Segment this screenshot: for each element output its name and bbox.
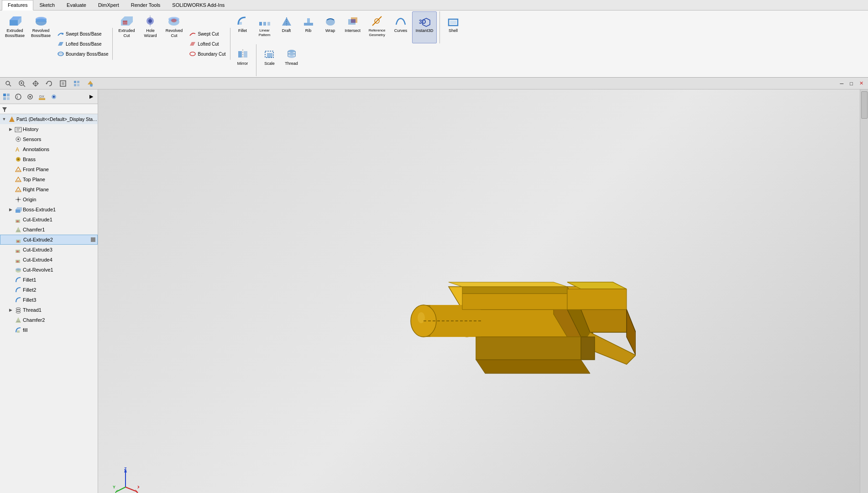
- scale-label: Scale: [264, 61, 275, 66]
- extruded-cut-icon: [119, 14, 134, 28]
- tree-item-front-plane[interactable]: ▶ Front Plane: [0, 164, 98, 174]
- tree-item-boss-extrude1[interactable]: ▶ Boss-Extrude1: [0, 205, 98, 215]
- tree-root-item[interactable]: ▼ Part1 (Default<<Default>_Display State…: [0, 114, 98, 124]
- origin-label: Origin: [23, 197, 36, 202]
- svg-point-70: [29, 96, 31, 98]
- window-maximize-button[interactable]: □: [847, 79, 856, 88]
- tree-more-button[interactable]: ▶: [86, 91, 97, 102]
- chamfer1-label: Chamfer1: [23, 227, 45, 232]
- svg-rect-103: [16, 251, 19, 252]
- tree-item-chamfer2[interactable]: ▶ Chamfer2: [0, 315, 98, 325]
- svg-text:A: A: [16, 147, 19, 153]
- fillet-button[interactable]: Fillet: [232, 11, 253, 43]
- tab-sketch[interactable]: Sketch: [33, 0, 61, 10]
- tree-item-fillet1[interactable]: ▶ Fillet1: [0, 275, 98, 285]
- display-manager-button[interactable]: [48, 91, 59, 102]
- history-label: History: [23, 126, 38, 132]
- 3d-viewport[interactable]: X Y Z: [98, 89, 868, 493]
- linear-pattern-button[interactable]: LinearPattern: [254, 11, 275, 43]
- reference-geometry-button[interactable]: ReferenceGeometry: [365, 11, 389, 43]
- ribbon-content: ExtrudedBoss/Base RevolvedBoss/Base Swep…: [0, 10, 868, 77]
- search-button[interactable]: [2, 79, 15, 88]
- hole-wizard-button[interactable]: HoleWizard: [138, 11, 162, 76]
- config-manager-button[interactable]: [25, 91, 36, 102]
- extruded-boss-base-button[interactable]: ExtrudedBoss/Base: [2, 11, 28, 76]
- mirror-button[interactable]: Mirror: [232, 44, 253, 76]
- svg-rect-24: [267, 22, 270, 26]
- tree-item-thread1[interactable]: ▶ Thread1: [0, 305, 98, 315]
- boundary-boss-base-button[interactable]: Boundary Boss/Base: [55, 49, 110, 59]
- tree-item-cut-revolve1[interactable]: ▶ Cut-Revolve1: [0, 265, 98, 275]
- tree-item-cut-extrude2[interactable]: ▶ Cut-Extrude2: [0, 235, 98, 245]
- tree-item-sensors[interactable]: ▶ Sensors: [0, 134, 98, 144]
- scale-button[interactable]: Scale: [259, 44, 280, 76]
- fit-all-button[interactable]: [57, 79, 69, 88]
- swept-boss-base-button[interactable]: Swept Boss/Base: [55, 29, 110, 39]
- shell-button[interactable]: Shell: [443, 11, 464, 43]
- boss-extrude1-icon: [15, 206, 22, 213]
- tree-item-fill[interactable]: ▶ fill: [0, 325, 98, 335]
- fillet-label: Fillet: [238, 28, 247, 33]
- extruded-cut-button[interactable]: ExtrudedCut: [115, 11, 138, 76]
- tab-evaluate[interactable]: Evaluate: [61, 0, 92, 10]
- window-close-button[interactable]: ✕: [857, 79, 866, 88]
- tree-item-right-plane[interactable]: ▶ Right Plane: [0, 184, 98, 194]
- window-minimize-button[interactable]: ─: [837, 79, 847, 88]
- zoom-in-button[interactable]: [16, 79, 28, 88]
- sensors-label: Sensors: [23, 136, 41, 142]
- thread-button[interactable]: Thread: [281, 44, 302, 76]
- revolved-cut-button[interactable]: RevolvedCut: [162, 11, 186, 76]
- svg-point-44: [288, 52, 295, 55]
- tree-item-brass[interactable]: ▶ Brass: [0, 154, 98, 164]
- boss-extrude1-expand[interactable]: ▶: [7, 206, 14, 213]
- tree-item-fillet2[interactable]: ▶ Fillet2: [0, 285, 98, 295]
- swept-cut-button[interactable]: Swept Cut: [187, 29, 228, 39]
- tab-dimxpert[interactable]: DimXpert: [92, 0, 125, 10]
- sensors-icon: [15, 136, 22, 143]
- property-manager-button[interactable]: i: [13, 91, 24, 102]
- dxpert-manager-button[interactable]: DX: [37, 91, 47, 102]
- lofted-cut-button[interactable]: Lofted Cut: [187, 39, 228, 49]
- tab-solidworks-addins[interactable]: SOLIDWORKS Add-Ins: [166, 0, 230, 10]
- svg-rect-60: [77, 84, 79, 86]
- tree-item-history[interactable]: ▶ History: [0, 124, 98, 134]
- history-expand[interactable]: ▶: [7, 126, 14, 132]
- rib-button[interactable]: Rib: [298, 11, 319, 43]
- right-panel-btn-1[interactable]: [861, 91, 868, 119]
- tree-item-cut-extrude3[interactable]: ▶ Cut-Extrude3: [0, 245, 98, 255]
- root-expand[interactable]: ▼: [1, 116, 7, 122]
- tree-item-cut-extrude4[interactable]: ▶ Cut-Extrude4: [0, 255, 98, 265]
- fit-all-icon: [59, 80, 67, 87]
- revolved-boss-base-button[interactable]: RevolvedBoss/Base: [28, 11, 54, 76]
- tree-item-fillet3[interactable]: ▶ Fillet3: [0, 295, 98, 305]
- pan-button[interactable]: [29, 79, 42, 88]
- tree-item-chamfer1[interactable]: ▶ Chamfer1: [0, 225, 98, 235]
- tree-item-cut-extrude1[interactable]: ▶ Cut-Extrude1: [0, 215, 98, 225]
- boundary-cut-icon: [189, 50, 196, 58]
- view-selector-button[interactable]: [70, 79, 83, 88]
- thread-icon: [284, 47, 299, 61]
- display-style-button[interactable]: [84, 79, 97, 88]
- tree-item-top-plane[interactable]: ▶ Top Plane: [0, 174, 98, 184]
- intersect-button[interactable]: Intersect: [342, 11, 364, 43]
- curves-button[interactable]: Curves: [390, 11, 411, 43]
- instant3d-button[interactable]: 3D Instant3D: [412, 11, 437, 43]
- ribbon-tab-bar: Features Sketch Evaluate DimXpert Render…: [0, 0, 868, 10]
- boundary-cut-button[interactable]: Boundary Cut: [187, 49, 228, 59]
- svg-rect-64: [7, 94, 10, 96]
- tree-item-origin[interactable]: ▶ Origin: [0, 194, 98, 205]
- wrap-label: Wrap: [325, 28, 335, 33]
- wrap-button[interactable]: Wrap: [320, 11, 341, 43]
- draft-button[interactable]: Draft: [276, 11, 297, 43]
- tree-item-annotations[interactable]: ▶ A Annotations: [0, 144, 98, 154]
- features-group: Fillet LinearPattern Draft Rib: [232, 11, 470, 76]
- tab-render-tools[interactable]: Render Tools: [125, 0, 167, 10]
- rotate-button[interactable]: [43, 79, 56, 88]
- lofted-boss-base-button[interactable]: Lofted Boss/Base: [55, 39, 110, 49]
- svg-rect-56: [62, 82, 64, 85]
- feature-manager-button[interactable]: [1, 91, 12, 102]
- 3d-model: [408, 218, 636, 402]
- thread1-expand[interactable]: ▶: [7, 307, 14, 313]
- svg-rect-101: [17, 241, 19, 242]
- tab-features[interactable]: Features: [2, 0, 33, 10]
